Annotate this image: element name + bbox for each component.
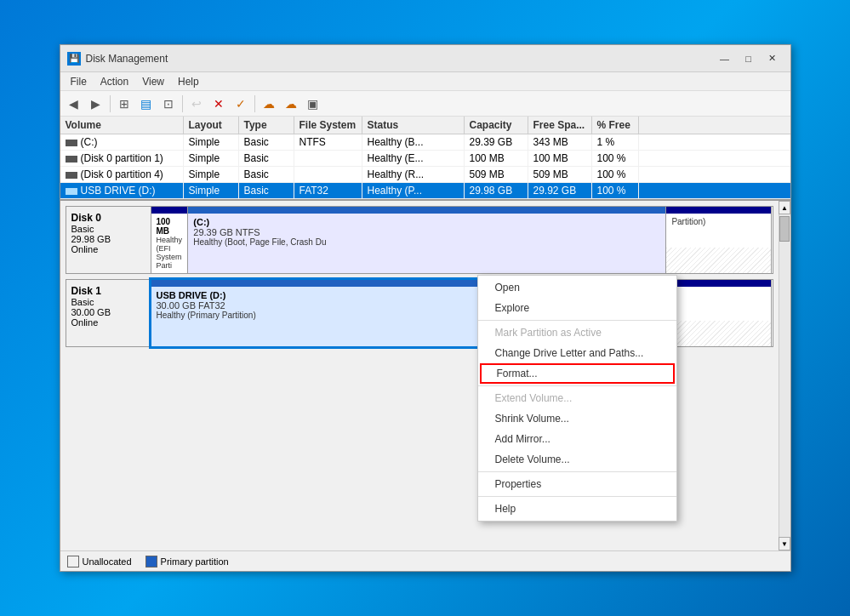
cell-status-0: Healthy (B... bbox=[362, 134, 465, 150]
toolbar-graphical[interactable]: ▤ bbox=[136, 94, 157, 114]
cell-fs-2 bbox=[294, 167, 362, 182]
scrollbar[interactable]: ▲ ▼ bbox=[779, 201, 790, 550]
legend-label-primary: Primary partition bbox=[161, 556, 229, 567]
partition-status: Partition) bbox=[671, 217, 766, 226]
disk-label-1: Disk 1 Basic 30.00 GB Online bbox=[66, 280, 151, 346]
legend-primary: Primary partition bbox=[145, 556, 229, 568]
partition-status: Healthy (EFI System Parti bbox=[157, 236, 183, 270]
cell-status-1: Healthy (E... bbox=[362, 151, 465, 166]
table-row[interactable]: (Disk 0 partition 4) Simple Basic Health… bbox=[60, 167, 790, 183]
toolbar-sep-2 bbox=[182, 95, 183, 112]
disk-status-1: Online bbox=[71, 317, 145, 328]
disk-size-1: 30.00 GB bbox=[71, 307, 145, 317]
toolbar-disklist[interactable]: ⊞ bbox=[114, 94, 134, 114]
toolbar-check[interactable]: ✓ bbox=[231, 94, 251, 114]
toolbar-delete[interactable]: ✕ bbox=[208, 94, 229, 114]
ctx-extend[interactable]: Extend Volume... bbox=[478, 388, 676, 408]
toolbar-sep-3 bbox=[254, 95, 255, 112]
col-header-layout[interactable]: Layout bbox=[184, 117, 239, 134]
disk-type-1: Basic bbox=[71, 297, 145, 307]
partition[interactable]: 100 MB Healthy (EFI System Parti bbox=[151, 207, 189, 273]
cell-capacity-0: 29.39 GB bbox=[465, 134, 528, 150]
ctx-sep-3 bbox=[478, 471, 676, 472]
toolbar-back[interactable]: ◀ bbox=[64, 94, 84, 114]
cell-volume-3: USB DRIVE (D:) bbox=[60, 183, 184, 198]
col-header-type[interactable]: Type bbox=[239, 117, 294, 134]
partition-top-bar bbox=[666, 280, 771, 287]
scroll-thumb[interactable] bbox=[779, 216, 790, 242]
disk-type-0: Basic bbox=[71, 224, 145, 234]
cell-freepct-3: 100 % bbox=[592, 183, 639, 198]
maximize-button[interactable]: □ bbox=[738, 50, 760, 67]
table-row[interactable]: USB DRIVE (D:) Simple Basic FAT32 Health… bbox=[60, 183, 790, 199]
cell-freespace-0: 343 MB bbox=[528, 134, 592, 150]
partition-name: 100 MB bbox=[157, 217, 183, 236]
ctx-format[interactable]: Format... bbox=[480, 363, 675, 384]
partition-top-bar bbox=[188, 207, 665, 214]
partition[interactable]: (C:) 29.39 GB NTFS Healthy (Boot, Page F… bbox=[188, 207, 666, 273]
toolbar-btn6[interactable]: ☁ bbox=[281, 94, 301, 114]
partition[interactable]: Partition) bbox=[666, 207, 772, 273]
ctx-sep-2 bbox=[478, 385, 676, 386]
cell-layout-0: Simple bbox=[184, 134, 239, 150]
disk-status-0: Online bbox=[71, 244, 145, 254]
toolbar-btn5[interactable]: ☁ bbox=[259, 94, 279, 114]
toolbar-forward[interactable]: ▶ bbox=[86, 94, 106, 114]
menu-action[interactable]: Action bbox=[94, 74, 135, 89]
context-menu: Open Explore Mark Partition as Active Ch… bbox=[477, 275, 677, 522]
close-button[interactable]: ✕ bbox=[762, 50, 784, 67]
toolbar: ◀ ▶ ⊞ ▤ ⊡ ↩ ✕ ✓ ☁ ☁ ▣ bbox=[60, 91, 790, 117]
cell-layout-3: Simple bbox=[184, 183, 239, 198]
menu-bar: File Action View Help bbox=[60, 72, 790, 91]
col-header-freespace[interactable]: Free Spa... bbox=[528, 117, 592, 134]
disk-partitions-1: USB DRIVE (D:) 30.00 GB FAT32 Healthy (P… bbox=[151, 280, 773, 346]
ctx-shrink[interactable]: Shrink Volume... bbox=[478, 408, 676, 429]
partition-hatch bbox=[666, 321, 771, 346]
ctx-explore[interactable]: Explore bbox=[478, 298, 676, 318]
partition-status: Healthy (Boot, Page File, Crash Du bbox=[193, 237, 660, 247]
table-header: Volume Layout Type File System Status Ca… bbox=[60, 117, 790, 134]
menu-view[interactable]: View bbox=[135, 74, 171, 89]
col-header-status[interactable]: Status bbox=[362, 117, 465, 134]
menu-file[interactable]: File bbox=[64, 74, 94, 89]
cell-freespace-1: 100 MB bbox=[528, 151, 592, 166]
ctx-add-mirror[interactable]: Add Mirror... bbox=[478, 429, 676, 449]
disk-name-1: Disk 1 bbox=[71, 285, 145, 297]
ctx-sep-4 bbox=[478, 496, 676, 497]
col-header-freepct[interactable]: % Free bbox=[592, 117, 639, 134]
cell-fs-1 bbox=[294, 151, 362, 166]
partition-hatch bbox=[666, 248, 771, 273]
col-header-fs[interactable]: File System bbox=[294, 117, 362, 134]
ctx-open[interactable]: Open bbox=[478, 277, 676, 298]
table-row[interactable]: (Disk 0 partition 1) Simple Basic Health… bbox=[60, 151, 790, 167]
ctx-mark-active[interactable]: Mark Partition as Active bbox=[478, 322, 676, 343]
scroll-down-button[interactable]: ▼ bbox=[779, 537, 790, 550]
cell-freepct-2: 100 % bbox=[592, 167, 639, 182]
table-body: (C:) Simple Basic NTFS Healthy (B... 29.… bbox=[60, 134, 790, 199]
toolbar-btn7[interactable]: ▣ bbox=[303, 94, 323, 114]
cell-capacity-3: 29.98 GB bbox=[465, 183, 528, 198]
menu-help[interactable]: Help bbox=[171, 74, 206, 89]
toolbar-sep-1 bbox=[110, 95, 111, 112]
col-header-capacity[interactable]: Capacity bbox=[465, 117, 528, 134]
disk-row-0: Disk 0 Basic 29.98 GB Online 100 MB Heal… bbox=[66, 206, 773, 274]
toolbar-combined[interactable]: ⊡ bbox=[158, 94, 179, 114]
cell-freepct-0: 1 % bbox=[592, 134, 639, 150]
cell-status-2: Healthy (R... bbox=[362, 167, 465, 182]
cell-freespace-3: 29.92 GB bbox=[528, 183, 592, 198]
bottom-area: Disk 0 Basic 29.98 GB Online 100 MB Heal… bbox=[60, 201, 790, 550]
ctx-help[interactable]: Help bbox=[478, 499, 676, 519]
ctx-delete[interactable]: Delete Volume... bbox=[478, 449, 676, 470]
ctx-change-drive[interactable]: Change Drive Letter and Paths... bbox=[478, 343, 676, 363]
cell-capacity-2: 509 MB bbox=[465, 167, 528, 182]
scroll-up-button[interactable]: ▲ bbox=[779, 201, 790, 214]
table-row[interactable]: (C:) Simple Basic NTFS Healthy (B... 29.… bbox=[60, 134, 790, 151]
cell-fs-0: NTFS bbox=[294, 134, 362, 150]
ctx-sep-1 bbox=[478, 320, 676, 321]
toolbar-undo[interactable]: ↩ bbox=[186, 94, 207, 114]
ctx-properties[interactable]: Properties bbox=[478, 474, 676, 494]
col-header-volume[interactable]: Volume bbox=[60, 117, 184, 134]
minimize-button[interactable]: — bbox=[714, 50, 736, 67]
partition[interactable] bbox=[666, 280, 772, 346]
cell-status-3: Healthy (P... bbox=[362, 183, 465, 198]
